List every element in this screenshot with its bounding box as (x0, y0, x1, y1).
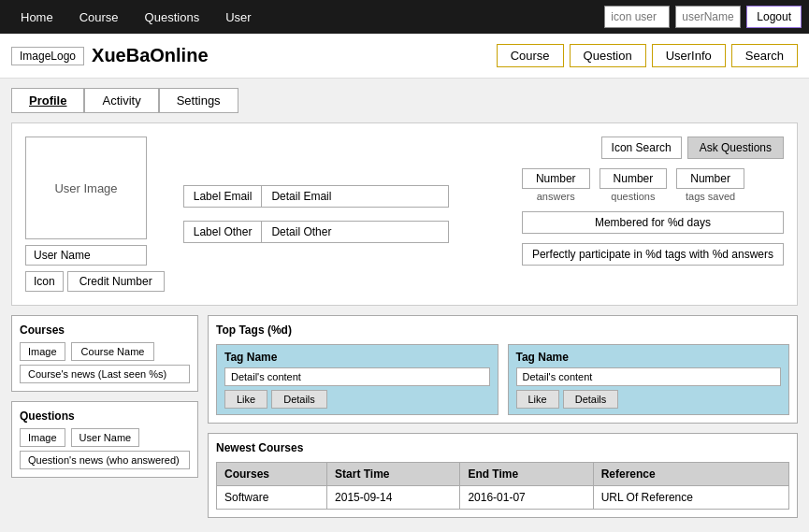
stat-questions: Number questions (600, 168, 668, 202)
tag-card-1: Tag Name Detail's content Like Details (508, 344, 790, 415)
tag-details-button-1[interactable]: Details (563, 390, 619, 409)
site-title: XueBaOnline (92, 45, 208, 66)
col-courses: Courses (217, 463, 327, 486)
course-name-box: Course Name (71, 342, 155, 361)
row-end-time: 2016-01-07 (460, 486, 593, 510)
courses-title: Courses (20, 324, 190, 337)
member-text: Membered for %d days (522, 211, 784, 234)
questions-box: Questions Image User Name Question's new… (11, 401, 198, 478)
newest-courses-title: Newest Courses (216, 441, 789, 454)
main-content: User Image User Name Icon Credit Number … (0, 113, 809, 527)
user-image: User Image (25, 137, 147, 239)
profile-right: Icon Search Ask Questions Number answers… (522, 137, 784, 292)
top-nav-links: Home Course Questions User (7, 5, 265, 30)
profile-middle: Label Email Detail Email Label Other Det… (183, 137, 503, 292)
tags-saved-label: tags saved (686, 191, 735, 202)
email-row: Label Email Detail Email (183, 185, 503, 208)
question-image-thumb: Image (20, 428, 65, 447)
image-logo: ImageLogo (11, 47, 84, 65)
top-tags-title: Top Tags (%d) (216, 324, 789, 337)
stat-tags-saved: Number tags saved (676, 168, 744, 202)
questions-number: Number (600, 168, 668, 189)
tag-detail-1: Detail's content (516, 367, 782, 386)
stats-row: Number answers Number questions Number t… (522, 168, 784, 202)
header-bar: ImageLogo XueBaOnline Course Question Us… (0, 34, 809, 79)
tag-detail-0: Detail's content (224, 367, 490, 386)
user-name-q-box: User Name (71, 428, 140, 447)
header-nav-course[interactable]: Course (497, 44, 564, 67)
header-nav-search[interactable]: Search (731, 44, 798, 67)
stat-answers: Number answers (522, 168, 590, 202)
tag-like-button-0[interactable]: Like (224, 390, 267, 409)
tags-saved-number: Number (676, 168, 744, 189)
top-navigation: Home Course Questions User Logout (0, 0, 809, 34)
profile-tabs: Profile Activity Settings (0, 79, 809, 113)
email-label: Label Email (183, 185, 263, 208)
question-item-top: Image User Name (20, 428, 190, 447)
row-course: Software (217, 486, 327, 510)
header-nav-userinfo[interactable]: UserInfo (652, 44, 726, 67)
courses-box: Courses Image Course Name Course's news … (11, 315, 198, 392)
course-news: Course's news (Last seen %s) (20, 365, 190, 383)
courses-table: Courses Start Time End Time Reference So… (216, 462, 789, 510)
profile-left: User Image User Name Icon Credit Number (25, 137, 165, 292)
tag-actions-0: Like Details (224, 390, 490, 409)
tab-profile[interactable]: Profile (11, 88, 84, 113)
tag-details-button-0[interactable]: Details (271, 390, 327, 409)
tag-name-0: Tag Name (224, 351, 490, 364)
user-name-box: User Name (25, 245, 147, 266)
tags-grid: Tag Name Detail's content Like Details T… (216, 344, 789, 415)
col-reference: Reference (593, 463, 788, 486)
tab-activity[interactable]: Activity (84, 88, 158, 113)
nav-home[interactable]: Home (7, 5, 66, 30)
logout-button[interactable]: Logout (746, 6, 802, 28)
logo-area: ImageLogo XueBaOnline (11, 45, 209, 66)
row-reference: URL Of Reference (593, 486, 788, 510)
answers-number: Number (522, 168, 590, 189)
col-start-time: Start Time (327, 463, 460, 486)
other-value: Detail Other (262, 221, 449, 243)
newest-courses-box: Newest Courses Courses Start Time End Ti… (208, 433, 798, 518)
col-end-time: End Time (460, 463, 593, 486)
left-column: Courses Image Course Name Course's news … (11, 315, 198, 518)
other-label: Label Other (183, 221, 263, 243)
tag-like-button-1[interactable]: Like (516, 390, 559, 409)
username-field[interactable] (675, 6, 741, 28)
email-value: Detail Email (262, 185, 449, 208)
nav-questions[interactable]: Questions (132, 5, 213, 30)
other-row: Label Other Detail Other (183, 221, 503, 243)
question-item: Image User Name Question's news (who ans… (20, 428, 190, 469)
bottom-section: Courses Image Course Name Course's news … (11, 315, 798, 518)
header-nav: Course Question UserInfo Search (497, 44, 798, 67)
icon-box: Icon (25, 271, 64, 292)
tab-settings[interactable]: Settings (159, 88, 238, 113)
icon-user-field[interactable] (604, 6, 670, 28)
row-start-time: 2015-09-14 (327, 486, 460, 510)
questions-title: Questions (20, 410, 190, 423)
credit-row: Icon Credit Number (25, 271, 165, 292)
icon-search: Icon Search (601, 137, 682, 159)
course-image-thumb: Image (20, 342, 65, 361)
course-item: Image Course Name Course's news (Last se… (20, 342, 190, 383)
tag-actions-1: Like Details (516, 390, 782, 409)
profile-top-section: User Image User Name Icon Credit Number … (11, 122, 798, 306)
top-tags-box: Top Tags (%d) Tag Name Detail's content … (208, 315, 798, 424)
participate-text: Perfectly participate in %d tags with %d… (522, 243, 784, 266)
top-nav-right: Logout (604, 6, 802, 28)
tag-card-0: Tag Name Detail's content Like Details (216, 344, 498, 415)
question-news: Question's news (who answered) (20, 451, 190, 469)
questions-label: questions (611, 191, 655, 202)
course-item-top: Image Course Name (20, 342, 190, 361)
answers-label: answers (537, 191, 575, 202)
profile-right-top: Icon Search Ask Questions (522, 137, 784, 159)
right-column: Top Tags (%d) Tag Name Detail's content … (208, 315, 798, 518)
table-row: Software 2015-09-14 2016-01-07 URL Of Re… (217, 486, 789, 510)
header-nav-question[interactable]: Question (570, 44, 646, 67)
tag-name-1: Tag Name (516, 351, 782, 364)
nav-course[interactable]: Course (66, 5, 132, 30)
credit-number-box: Credit Number (67, 271, 165, 292)
ask-questions-button[interactable]: Ask Questions (687, 137, 784, 159)
nav-user[interactable]: User (212, 5, 264, 30)
